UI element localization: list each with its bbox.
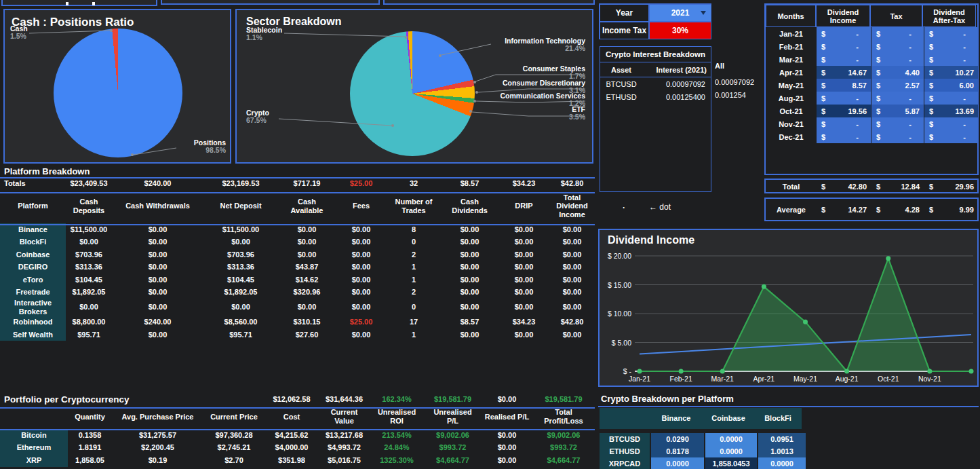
platform-name-cell[interactable]: BlockFi <box>0 236 66 249</box>
platform-value-cell[interactable]: $320.96 <box>278 288 336 297</box>
portfolio-value-cell[interactable]: $9,002.06 <box>532 431 595 440</box>
month-tax-cell[interactable]: $- <box>871 117 924 130</box>
portfolio-value-cell[interactable]: $2,200.45 <box>112 443 203 452</box>
platform-value-cell[interactable]: $95.71 <box>66 331 112 339</box>
months-average-income[interactable]: $14.27 <box>817 203 871 216</box>
platform-value-cell[interactable]: $0.00 <box>498 225 549 234</box>
crypto-interest-value[interactable]: 0.00097092 <box>642 80 711 88</box>
platform-name-cell[interactable]: Interactive Brokers <box>0 299 66 316</box>
platform-value-cell[interactable]: $0.00 <box>441 238 498 246</box>
portfolio-value-cell[interactable]: $2.70 <box>203 456 264 465</box>
platform-value-cell[interactable]: $0.00 <box>441 263 498 271</box>
month-tax-cell[interactable]: $2.57 <box>871 79 924 92</box>
platform-value-cell[interactable]: 1 <box>387 263 441 271</box>
crypto-breakdown-value-cell[interactable]: 0.8178 <box>651 445 704 457</box>
months-total-tax[interactable]: $12.84 <box>871 180 924 193</box>
year-dropdown[interactable]: 2021 <box>649 4 711 22</box>
platform-value-cell[interactable]: $0.00 <box>336 331 387 339</box>
platform-value-cell[interactable]: $8.57 <box>441 318 498 326</box>
portfolio-value-cell[interactable]: $4,993.72 <box>319 443 370 452</box>
platform-value-cell[interactable]: $0.00 <box>441 225 498 234</box>
platform-value-cell[interactable]: $0.00 <box>549 238 595 246</box>
platform-value-cell[interactable]: $0.00 <box>336 225 387 234</box>
portfolio-value-cell[interactable]: 1.8191 <box>68 443 112 452</box>
platform-value-cell[interactable]: $0.00 <box>66 303 112 312</box>
crypto-interest-value[interactable]: 0.00125400 <box>642 93 711 101</box>
month-after-cell[interactable]: $10.27 <box>924 66 978 79</box>
month-label[interactable]: Oct-21 <box>766 105 816 117</box>
month-income-cell[interactable]: $- <box>817 27 871 40</box>
month-income-cell[interactable]: $- <box>817 130 871 143</box>
platform-value-cell[interactable]: $0.00 <box>498 303 549 312</box>
platform-value-cell[interactable]: $0.00 <box>549 288 595 297</box>
months-average-tax[interactable]: $4.28 <box>871 203 924 216</box>
platform-value-cell[interactable]: 1 <box>387 276 441 284</box>
platform-value-cell[interactable]: $0.00 <box>441 288 498 297</box>
platform-value-cell[interactable]: $14.62 <box>278 276 336 284</box>
portfolio-value-cell[interactable]: $13,217.68 <box>319 431 370 440</box>
platform-value-cell[interactable]: $0.00 <box>112 303 203 312</box>
month-income-cell[interactable]: $- <box>817 117 871 130</box>
crypto-breakdown-name-cell[interactable]: BTCUSD <box>600 433 650 445</box>
platform-value-cell[interactable]: $0.00 <box>278 303 336 312</box>
month-after-cell[interactable]: $- <box>924 130 978 143</box>
month-after-cell[interactable]: $- <box>924 53 978 66</box>
platform-value-cell[interactable]: $0.00 <box>441 250 498 259</box>
portfolio-value-cell[interactable]: $0.00 <box>482 443 532 452</box>
crypto-breakdown-name-cell[interactable]: XRPCAD <box>600 457 650 469</box>
platform-value-cell[interactable]: 17 <box>387 318 441 326</box>
portfolio-value-cell[interactable]: $4,000.00 <box>264 443 319 452</box>
crypto-breakdown-value-cell[interactable]: 0.0000 <box>705 433 757 445</box>
platform-value-cell[interactable]: $0.00 <box>203 238 278 246</box>
portfolio-value-cell[interactable]: $0.00 <box>482 456 532 465</box>
month-income-cell[interactable]: $14.67 <box>817 66 871 79</box>
platform-value-cell[interactable]: $104.45 <box>203 276 278 284</box>
platform-value-cell[interactable]: $27.60 <box>278 331 336 339</box>
month-after-cell[interactable]: $6.00 <box>924 79 978 92</box>
platform-value-cell[interactable]: $0.00 <box>498 238 549 246</box>
platform-value-cell[interactable]: $0.00 <box>336 238 387 246</box>
platform-value-cell[interactable]: $0.00 <box>441 303 498 312</box>
platform-value-cell[interactable]: $1,892.05 <box>203 288 278 297</box>
month-income-cell[interactable]: $8.57 <box>817 79 871 92</box>
platform-value-cell[interactable]: $0.00 <box>549 250 595 259</box>
portfolio-value-cell[interactable]: $0.19 <box>112 456 203 465</box>
platform-value-cell[interactable]: $25.00 <box>336 318 387 326</box>
platform-value-cell[interactable]: 2 <box>387 288 441 297</box>
platform-value-cell[interactable]: $310.15 <box>278 318 336 326</box>
platform-value-cell[interactable]: $0.00 <box>112 263 203 271</box>
platform-value-cell[interactable]: $0.00 <box>336 263 387 271</box>
crypto-interest-asset[interactable]: ETHUSD <box>600 93 642 101</box>
platform-value-cell[interactable]: 8 <box>387 225 441 234</box>
platform-value-cell[interactable]: $0.00 <box>441 276 498 284</box>
platform-name-cell[interactable]: eToro <box>0 274 66 286</box>
platform-name-cell[interactable]: Self Wealth <box>0 329 66 341</box>
platform-value-cell[interactable]: $0.00 <box>278 225 336 234</box>
portfolio-value-cell[interactable]: $993.72 <box>532 443 595 452</box>
platform-value-cell[interactable]: $0.00 <box>336 250 387 259</box>
income-tax-value[interactable]: 30% <box>649 22 711 39</box>
platform-value-cell[interactable]: $8,560.00 <box>203 318 278 326</box>
platform-value-cell[interactable]: $0.00 <box>336 288 387 297</box>
platform-value-cell[interactable]: $8,800.00 <box>66 318 112 326</box>
months-total-income[interactable]: $42.80 <box>817 180 871 193</box>
portfolio-value-cell[interactable]: $993.72 <box>424 443 482 452</box>
month-income-cell[interactable]: $- <box>817 53 871 66</box>
platform-value-cell[interactable]: $11,500.00 <box>66 225 112 234</box>
month-label[interactable]: Nov-21 <box>766 117 816 130</box>
month-after-cell[interactable]: $- <box>924 92 978 105</box>
platform-name-cell[interactable]: DEGIRO <box>0 261 66 274</box>
month-label[interactable]: Apr-21 <box>766 66 816 79</box>
crypto-name-cell[interactable]: Ethereum <box>0 442 68 455</box>
month-label[interactable]: May-21 <box>766 79 816 92</box>
platform-value-cell[interactable]: $0.00 <box>112 250 203 259</box>
crypto-breakdown-value-cell[interactable]: 0.0000 <box>758 457 806 469</box>
platform-value-cell[interactable]: $42.80 <box>549 318 595 326</box>
month-label[interactable]: Mar-21 <box>766 53 816 66</box>
crypto-breakdown-value-cell[interactable]: 1.0013 <box>758 445 806 457</box>
month-label[interactable]: Feb-21 <box>766 40 816 53</box>
portfolio-value-cell[interactable]: 24.84% <box>370 443 424 452</box>
portfolio-value-cell[interactable]: $351.98 <box>264 456 319 465</box>
month-after-cell[interactable]: $13.69 <box>924 105 978 117</box>
platform-value-cell[interactable]: 0 <box>387 238 441 246</box>
